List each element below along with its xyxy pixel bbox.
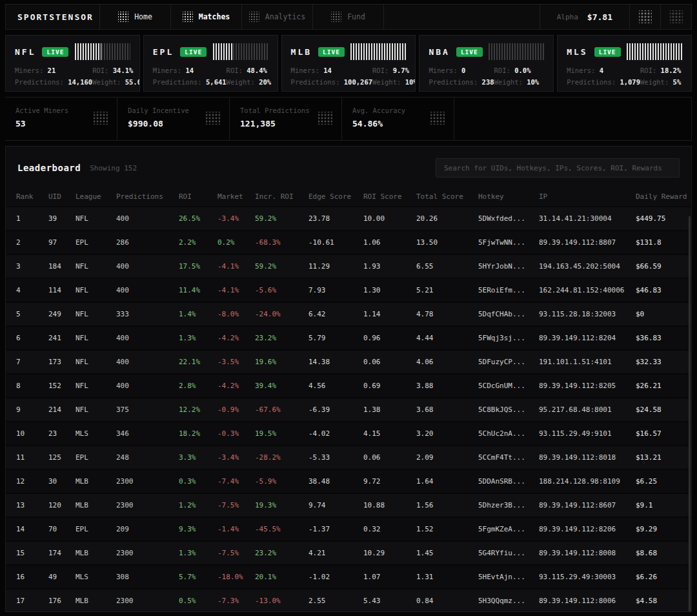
- leaderboard-row[interactable]: 8152NFL4002.8%-4.2%39.4%4.560.693.885CDc…: [6, 373, 691, 397]
- cell-hotkey: 5H3QQqmz...: [478, 597, 539, 605]
- cell-predictions: 333: [116, 310, 179, 318]
- cell-uid: 30: [48, 477, 76, 486]
- cell-league: NFL: [76, 334, 116, 342]
- cell-edge-score: -4.02: [308, 429, 363, 438]
- cell-rank: 5: [16, 310, 48, 318]
- leaderboard-row[interactable]: 3184NFL40017.5%-4.1%59.2%11.291.936.555H…: [6, 254, 691, 278]
- cell-hotkey: 5FWqj3sj...: [478, 334, 539, 342]
- leaderboard-row[interactable]: 297EPL2862.2%0.2%-68.3%-10.611.0613.505F…: [6, 230, 691, 254]
- cell-predictions: 209: [116, 525, 179, 533]
- leaderboard-row[interactable]: 6241NFL4001.3%-4.2%23.2%5.790.964.445FWq…: [6, 325, 691, 349]
- cell-ip: 89.39.149.112:8006: [539, 597, 636, 605]
- activity-barcode: [627, 43, 682, 60]
- nav-item-fund[interactable]: Fund: [313, 5, 384, 29]
- cell-total-score: 1.56: [416, 501, 478, 509]
- leaderboard-row[interactable]: 1649MLS3085.7%-18.0%20.1%-1.021.071.315H…: [6, 564, 691, 588]
- nav-item-matches[interactable]: Matches: [171, 5, 242, 29]
- dots-grid-icon: [639, 10, 652, 23]
- leaderboard-row[interactable]: 17176MLB23000.5%-7.3%-13.0%2.555.430.845…: [6, 588, 691, 612]
- cell-market: -7.4%: [217, 477, 255, 486]
- cell-ip: 93.115.29.49:9101: [539, 429, 636, 438]
- league-name: EPL: [153, 47, 174, 57]
- cell-rank: 10: [16, 429, 48, 438]
- app-logo[interactable]: SPORTSTENSOR: [6, 5, 100, 29]
- cell-daily-reward: $9.1: [636, 501, 681, 509]
- column-header-uid: UID: [48, 192, 76, 201]
- scrollbar[interactable]: [689, 216, 691, 611]
- fund-icon: [331, 12, 341, 22]
- roi-value: 48.4%: [247, 67, 267, 74]
- cell-uid: 214: [48, 406, 76, 414]
- leaderboard-row[interactable]: 7173NFL40022.1%-3.5%19.6%14.380.064.065D…: [6, 349, 691, 373]
- cell-uid: 152: [48, 382, 76, 390]
- leaderboard-row[interactable]: 15174MLB23001.3%-7.5%23.2%4.2110.291.455…: [6, 540, 691, 564]
- miners-value: 14: [185, 67, 194, 74]
- cell-total-score: 2.09: [416, 453, 478, 462]
- leaderboard-row[interactable]: 13120MLB23001.2%-7.5%19.3%9.7410.881.565…: [6, 493, 691, 517]
- league-card-mlb: MLB LIVE Miners: 14 ROI: 9.7% Prediction…: [281, 35, 416, 92]
- search-input[interactable]: [436, 158, 680, 178]
- cell-uid: 70: [48, 525, 76, 533]
- leaderboard-row[interactable]: 5249NFL3331.4%-8.0%-24.0%6.421.144.785Dq…: [6, 302, 691, 325]
- miners-label: Miners:: [567, 67, 595, 74]
- predictions-label: Predictions:: [567, 78, 616, 86]
- live-badge: LIVE: [594, 47, 621, 57]
- miners-label: Miners:: [429, 67, 457, 74]
- cell-predictions: 400: [116, 382, 179, 390]
- leaderboard-row[interactable]: 11125EPL2483.3%-3.4%-28.2%-5.330.062.095…: [6, 445, 691, 469]
- miners-label: Miners:: [15, 67, 43, 74]
- stat-value: 53: [15, 119, 106, 128]
- cell-league: NFL: [76, 406, 116, 414]
- cell-incr-roi: 19.6%: [255, 358, 308, 366]
- stat-card-active-miners: Active Miners 53: [5, 98, 117, 140]
- nav-item-label: Analytics: [265, 12, 305, 21]
- cell-incr-roi: 19.3%: [255, 501, 308, 509]
- cell-hotkey: 5DWxfded...: [478, 214, 539, 223]
- league-name: NFL: [15, 47, 35, 57]
- cell-total-score: 4.78: [416, 310, 478, 318]
- dots-outline-button[interactable]: [660, 5, 691, 29]
- cell-market: -0.3%: [217, 429, 255, 438]
- column-header-total-score: Total Score: [416, 192, 478, 201]
- dots-grid-button[interactable]: [629, 5, 660, 29]
- league-card-nba: NBA LIVE Miners: 0 ROI: 0.0% Predictions…: [419, 35, 554, 92]
- cell-roi: 18.2%: [179, 429, 217, 438]
- sportstensor-dashboard: SPORTSTENSOR HomeMatchesAnalyticsFund Al…: [0, 0, 697, 616]
- cell-uid: 49: [48, 573, 76, 581]
- cell-predictions: 2300: [116, 477, 179, 486]
- leaderboard-row[interactable]: 9214NFL37512.2%-0.9%-67.6%-6.391.383.685…: [6, 397, 691, 421]
- nav-item-home[interactable]: Home: [100, 5, 171, 29]
- cell-total-score: 1.64: [416, 477, 478, 486]
- cell-daily-reward: $449.75: [636, 214, 681, 223]
- leaderboard-row[interactable]: 1230MLB23000.3%-7.4%-5.9%38.489.721.645D…: [6, 469, 691, 493]
- cell-ip: 31.14.41.21:30004: [539, 214, 636, 223]
- cell-roi: 5.7%: [179, 573, 217, 581]
- cell-roi-score: 0.06: [363, 453, 416, 462]
- cell-uid: 120: [48, 501, 76, 509]
- cell-daily-reward: $8.68: [636, 549, 681, 557]
- cell-edge-score: 5.79: [308, 334, 363, 342]
- leaderboard-row[interactable]: 1470EPL2099.3%-1.4%-45.5%-1.370.321.525F…: [6, 517, 691, 540]
- cell-uid: 174: [48, 549, 76, 557]
- cell-league: EPL: [76, 453, 116, 462]
- cell-total-score: 1.52: [416, 525, 478, 533]
- leaderboard-row[interactable]: 4114NFL40011.4%-4.1%-5.6%7.931.305.215ER…: [6, 278, 691, 302]
- dots-outline-icon: [670, 10, 683, 23]
- column-header-market: Market: [217, 192, 255, 201]
- summary-stats-row: Active Miners 53 Daily Incentive $990.08…: [5, 97, 692, 141]
- column-header-daily-reward: Daily Reward: [636, 192, 687, 201]
- roi-label: ROI:: [227, 67, 243, 74]
- cell-rank: 12: [16, 477, 48, 486]
- cell-market: -4.1%: [217, 286, 255, 294]
- cell-roi-score: 0.32: [363, 525, 416, 533]
- cell-total-score: 4.06: [416, 358, 478, 366]
- nav-item-analytics[interactable]: Analytics: [242, 5, 313, 29]
- cell-roi-score: 9.72: [363, 477, 416, 486]
- weight-label: Weight:: [227, 78, 255, 86]
- cell-market: -0.9%: [217, 406, 255, 414]
- cell-market: -4.2%: [217, 382, 255, 390]
- column-header-rank: Rank: [16, 192, 48, 201]
- cell-predictions: 248: [116, 453, 179, 462]
- leaderboard-row[interactable]: 139NFL40026.5%-3.4%59.2%23.7810.0020.265…: [6, 206, 691, 230]
- leaderboard-row[interactable]: 1023MLS34618.2%-0.3%19.5%-4.024.153.205C…: [6, 421, 691, 445]
